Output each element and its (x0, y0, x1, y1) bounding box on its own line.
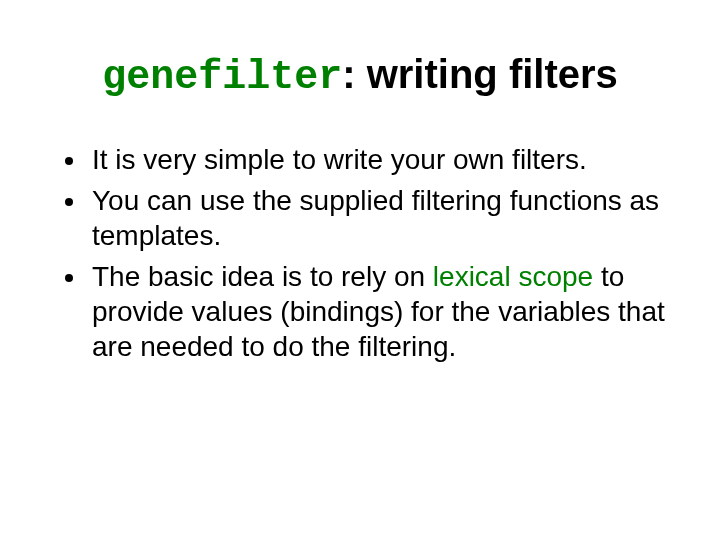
slide: genefilter: writing filters It is very s… (0, 0, 720, 540)
bullet-list: It is very simple to write your own filt… (60, 142, 670, 364)
bullet-text: The basic idea is to rely on (92, 261, 433, 292)
list-item: It is very simple to write your own filt… (88, 142, 670, 177)
bullet-text: It is very simple to write your own filt… (92, 144, 587, 175)
bullet-text: You can use the supplied filtering funct… (92, 185, 659, 251)
list-item: The basic idea is to rely on lexical sco… (88, 259, 670, 364)
title-code: genefilter (102, 55, 342, 100)
title-rest: : writing filters (342, 52, 618, 96)
bullet-highlight: lexical scope (433, 261, 593, 292)
list-item: You can use the supplied filtering funct… (88, 183, 670, 253)
slide-title: genefilter: writing filters (50, 50, 670, 102)
